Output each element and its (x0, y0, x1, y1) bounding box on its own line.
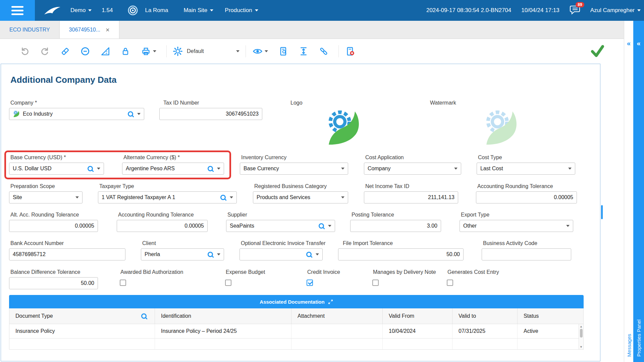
lock-button[interactable] (120, 46, 131, 57)
chevron-down-icon[interactable] (75, 196, 79, 198)
bank-account-number-input[interactable]: 45876985712 (9, 248, 125, 260)
column-header-valid-to[interactable]: Valid to (452, 308, 518, 324)
chevron-down-icon[interactable] (566, 225, 570, 227)
view-button[interactable] (252, 46, 269, 57)
optional-eit-input[interactable] (239, 248, 323, 260)
balance-difference-tolerance-input[interactable]: 50.00 (9, 277, 98, 289)
accounting-rounding-tolerance-b-input[interactable]: 0.00005 (117, 220, 208, 232)
cost-type-select[interactable]: Last Cost (477, 163, 575, 175)
build-timestamp: 2024-09-17 08:30:54 2.0-BN2704 (426, 7, 511, 14)
design-button[interactable] (100, 46, 111, 57)
table-row[interactable]: Insurance Policy Insurance Policy – Peri… (9, 324, 583, 339)
redo-button[interactable] (40, 46, 50, 57)
company-input[interactable]: Eco Industry (9, 108, 144, 120)
properties-panel-label[interactable]: Properties Panel (636, 319, 642, 357)
chevron-down-icon[interactable] (217, 168, 220, 170)
chevron-down-icon[interactable] (137, 113, 141, 115)
collapse-left-icon[interactable]: « (624, 40, 633, 47)
scroll-up-icon[interactable]: ▲ (580, 324, 583, 329)
expense-budget-checkbox[interactable] (225, 280, 231, 286)
client-input[interactable]: Pherla (141, 248, 224, 260)
search-icon[interactable] (87, 166, 94, 172)
column-header-valid-from[interactable]: Valid From (383, 308, 452, 324)
site-location-icon[interactable] (127, 4, 139, 16)
table-title-bar[interactable]: Associated Documentation (9, 295, 584, 308)
chevron-down-icon[interactable] (316, 253, 319, 255)
collapse-left-icon[interactable]: « (633, 40, 644, 47)
audit-button[interactable] (278, 46, 289, 57)
table-row-empty (9, 339, 583, 349)
cost-application-select[interactable]: Company (364, 163, 461, 175)
chevron-down-icon[interactable] (97, 168, 100, 170)
alt-acc-rounding-tolerance-input[interactable]: 0.00005 (9, 220, 98, 232)
column-header-status[interactable]: Status (518, 308, 583, 324)
chevron-down-icon[interactable] (454, 168, 458, 170)
base-currency-input[interactable]: U.S. Dollar USD (9, 163, 104, 175)
messages-button[interactable]: 89 (570, 5, 580, 16)
column-header-document-type[interactable]: Document Type (9, 308, 155, 324)
hamburger-menu-button[interactable] (0, 0, 35, 21)
scroll-thumb[interactable] (580, 329, 583, 338)
registered-business-category-label: Registered Business Category (253, 183, 348, 189)
search-icon[interactable] (207, 166, 214, 172)
tab-eco-industry[interactable]: ECO INDUSTRY (0, 21, 60, 39)
table-title: Associated Documentation (260, 299, 324, 305)
taxpayer-type-input[interactable]: 1 VAT Registered Taxpayer A 1 (98, 191, 237, 203)
messages-panel-label[interactable]: Messages (626, 334, 632, 357)
inventory-currency-select[interactable]: Base Currency (240, 163, 348, 175)
search-icon[interactable] (306, 251, 312, 258)
profile-selector[interactable]: Default (173, 46, 239, 56)
credit-invoice-checkbox[interactable] (307, 280, 313, 286)
preparation-scope-select[interactable]: Site (9, 191, 83, 203)
generates-cost-entry-checkbox[interactable] (447, 280, 453, 286)
close-icon[interactable]: × (106, 26, 110, 33)
column-header-identification[interactable]: Identification (155, 308, 291, 324)
chevron-down-icon[interactable] (341, 196, 344, 198)
properties-panel-strip[interactable]: « Properties Panel (633, 21, 644, 362)
cancel-document-button[interactable] (345, 46, 356, 57)
awarded-bid-authorization-checkbox[interactable] (120, 280, 126, 286)
environment-menu[interactable]: Production (225, 7, 258, 14)
manages-by-delivery-note-checkbox[interactable] (372, 280, 379, 286)
chevron-down-icon[interactable] (217, 253, 220, 255)
table-scrollbar[interactable]: ▲ ▼ (579, 324, 583, 349)
net-income-tax-id-input[interactable]: 211,141.13 (364, 191, 458, 203)
site-menu[interactable]: Main Site (183, 7, 213, 14)
accounting-rounding-tolerance-b-label: Accounting Rounding Tolerance (117, 212, 208, 218)
company-menu[interactable]: Demo (70, 7, 92, 14)
link-button[interactable] (318, 46, 329, 57)
business-activity-code-input[interactable] (482, 248, 571, 260)
confirm-button[interactable] (590, 44, 605, 59)
vertical-scrollbar[interactable] (601, 205, 603, 219)
search-icon[interactable] (318, 223, 325, 229)
tab-document[interactable]: 306749510... × (60, 21, 119, 39)
expand-icon[interactable] (328, 299, 333, 304)
search-icon[interactable] (141, 313, 147, 319)
clear-button[interactable] (60, 46, 70, 57)
export-type-select[interactable]: Other (460, 220, 573, 232)
chevron-down-icon[interactable] (328, 225, 331, 227)
print-button[interactable] (140, 46, 157, 57)
alternate-currency-input[interactable]: Argentine Peso ARS (122, 163, 224, 175)
chevron-down-icon[interactable] (568, 168, 572, 170)
messages-panel-strip[interactable]: « Messages (624, 21, 633, 362)
search-icon[interactable] (220, 194, 226, 201)
supplier-input[interactable]: SeaPaints (226, 220, 335, 232)
search-icon[interactable] (127, 111, 134, 117)
registered-business-category-select[interactable]: Products and Services (253, 191, 348, 203)
chevron-down-icon (153, 50, 156, 52)
deactivate-button[interactable] (80, 46, 91, 57)
user-menu[interactable]: Azul Campregher (590, 7, 641, 14)
export-type-field-group: Export Type Other (460, 212, 573, 232)
file-import-tolerance-input[interactable]: 50.00 (338, 248, 464, 260)
tax-id-input[interactable]: 30674951023 (159, 108, 262, 120)
posting-tolerance-input[interactable]: 3.00 (350, 220, 441, 232)
search-icon[interactable] (207, 251, 214, 258)
undo-button[interactable] (19, 46, 30, 57)
scroll-down-icon[interactable]: ▼ (580, 345, 583, 349)
chevron-down-icon[interactable] (341, 168, 344, 170)
accounting-rounding-tolerance-input[interactable]: 0.00005 (476, 191, 577, 203)
transfer-button[interactable] (298, 46, 309, 57)
column-header-attachment[interactable]: Attachment (291, 308, 383, 324)
chevron-down-icon[interactable] (230, 196, 233, 198)
